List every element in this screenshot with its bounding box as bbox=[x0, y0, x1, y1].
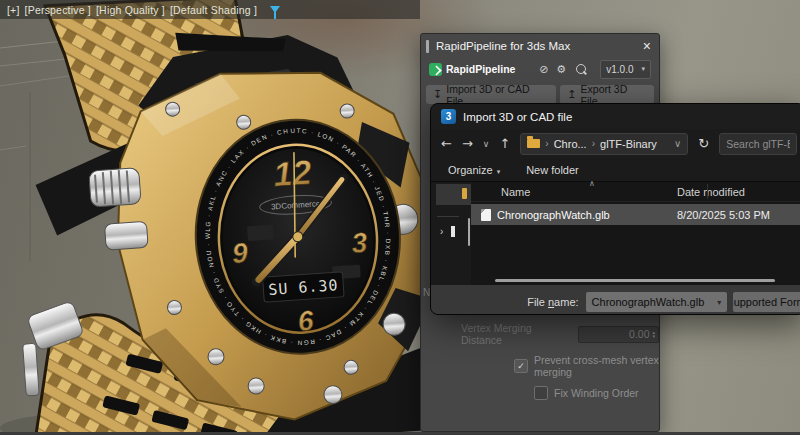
dialog-nav-row: ← → ∨ ↑ › Chro... › glTF-Binary ∨ ↻ bbox=[431, 129, 800, 158]
svg-text:9: 9 bbox=[231, 237, 249, 269]
dial-subwindow-left bbox=[247, 224, 274, 241]
dialog-title: Import 3D or CAD file bbox=[463, 111, 572, 123]
import-file-dialog: 3 Import 3D or CAD file ← → ∨ ↑ › Chro..… bbox=[430, 103, 800, 315]
address-bar[interactable]: › Chro... › glTF-Binary ∨ bbox=[520, 133, 688, 155]
version-dropdown[interactable]: v1.0.0 ▾ bbox=[600, 60, 651, 79]
fix-winding-label: Fix Winding Order bbox=[554, 387, 639, 399]
svg-text:6: 6 bbox=[297, 305, 315, 337]
file-type-value: Supported Forma bbox=[733, 296, 800, 308]
tree-scrollbar[interactable] bbox=[468, 218, 470, 246]
panel-title: RapidPipeline for 3ds Max bbox=[436, 40, 643, 52]
file-type-dropdown[interactable]: Supported Forma bbox=[733, 292, 800, 312]
new-folder-button[interactable]: New folder bbox=[526, 164, 579, 176]
chronograph-watch-model: UTC · LON · PAR · ATH · JED · THR · DXB … bbox=[0, 0, 430, 435]
rapidpipeline-logo-icon bbox=[429, 63, 442, 76]
folder-icon bbox=[527, 139, 540, 148]
column-header-modified[interactable]: Date modified bbox=[677, 186, 800, 198]
prevent-merge-checkbox[interactable]: ✓ bbox=[514, 359, 528, 373]
close-icon[interactable]: × bbox=[643, 39, 651, 53]
breadcrumb-current[interactable]: glTF-Binary bbox=[600, 138, 657, 150]
dialog-titlebar[interactable]: 3 Import 3D or CAD file bbox=[431, 104, 800, 129]
dialog-footer: File name: ChronographWatch.glb ▾ Suppor… bbox=[431, 285, 800, 315]
folder-tree-pane: › bbox=[431, 182, 471, 285]
vertex-merging-value: 0.00 bbox=[629, 328, 649, 340]
viewport-label-bar: [+] [Perspective ] [High Quality ] [Defa… bbox=[0, 0, 420, 19]
up-icon[interactable]: ↑ bbox=[499, 136, 510, 151]
prevent-merge-label: Prevent cross-mesh vertex merging bbox=[534, 354, 659, 378]
file-name-value: ChronographWatch.glb bbox=[592, 296, 705, 308]
vertex-merging-spinner[interactable]: 0.00 ▴▾ bbox=[578, 326, 659, 343]
sort-ascending-icon: ∧ bbox=[589, 179, 595, 188]
back-icon[interactable]: ← bbox=[441, 136, 452, 151]
chevron-down-icon: ▾ bbox=[717, 298, 721, 307]
chevron-down-icon: ▾ bbox=[497, 168, 501, 175]
viewport-plus[interactable]: [+] bbox=[7, 4, 20, 16]
viewport-camera-label[interactable]: [Perspective ] bbox=[25, 4, 91, 16]
check-icon: ✓ bbox=[517, 362, 525, 371]
chevron-down-icon: ▾ bbox=[641, 65, 645, 73]
tree-separator bbox=[437, 216, 459, 217]
viewport-shading-label[interactable]: [Default Shading ] bbox=[170, 4, 257, 16]
organize-label: Organize bbox=[448, 164, 493, 176]
forward-icon[interactable]: → bbox=[462, 136, 473, 151]
magnifier-icon[interactable] bbox=[576, 64, 586, 74]
viewport-quality-label[interactable]: [High Quality ] bbox=[96, 4, 165, 16]
chevron-right-icon: › bbox=[440, 226, 443, 237]
breadcrumb-chevron-icon: › bbox=[592, 138, 595, 149]
file-name-combobox[interactable]: ChronographWatch.glb ▾ bbox=[586, 292, 728, 312]
3dsmax-app-icon: 3 bbox=[441, 109, 456, 124]
export-icon: ↥ bbox=[567, 88, 576, 101]
column-header-name[interactable]: Name bbox=[471, 186, 677, 198]
table-row[interactable]: ChronographWatch.glb 8/20/2025 5:03 PM bbox=[471, 204, 800, 225]
recent-locations-icon[interactable]: ∨ bbox=[483, 139, 490, 149]
svg-text:12: 12 bbox=[272, 153, 312, 194]
spinner-arrows-icon[interactable]: ▴▾ bbox=[652, 330, 655, 338]
buckle-bar bbox=[23, 343, 40, 396]
address-dropdown-icon[interactable]: ∨ bbox=[674, 138, 681, 149]
file-icon bbox=[481, 209, 491, 221]
breadcrumb-parent[interactable]: Chro... bbox=[554, 138, 587, 150]
file-name-cell: ChronographWatch.glb bbox=[497, 209, 677, 221]
rapidpipeline-titlebar[interactable]: RapidPipeline for 3ds Max × bbox=[421, 34, 659, 58]
refresh-icon[interactable]: ↻ bbox=[698, 136, 709, 151]
folder-icon bbox=[462, 188, 467, 199]
list-header: ∧ Name Date modified bbox=[471, 182, 800, 202]
search-input[interactable] bbox=[719, 133, 797, 155]
filter-funnel-icon[interactable] bbox=[270, 6, 280, 13]
rapidpipeline-header-row: RapidPipeline ⊘ ⚙ v1.0.0 ▾ bbox=[421, 58, 659, 80]
import-3d-button[interactable]: ↧ Import 3D or CAD File bbox=[426, 85, 556, 104]
dialog-toolbar: Organize▾ New folder bbox=[431, 158, 800, 182]
import-icon: ↧ bbox=[433, 88, 442, 101]
tree-selected-item[interactable] bbox=[436, 184, 471, 205]
gear-icon[interactable]: ⚙ bbox=[556, 63, 566, 76]
mesh-settings-group: Vertex Merging Distance 0.00 ▴▾ ✓ Preven… bbox=[421, 322, 659, 400]
fix-winding-checkbox[interactable] bbox=[534, 386, 548, 400]
vertex-merging-label: Vertex Merging Distance bbox=[461, 322, 572, 346]
drag-grip[interactable] bbox=[426, 40, 429, 53]
brand-label: RapidPipeline bbox=[446, 63, 531, 75]
organize-button[interactable]: Organize▾ bbox=[448, 164, 500, 176]
horizontal-scrollbar[interactable] bbox=[495, 279, 775, 282]
file-name-label: File name: bbox=[431, 296, 586, 308]
file-modified-cell: 8/20/2025 5:03 PM bbox=[677, 209, 800, 221]
svg-text:3: 3 bbox=[351, 227, 369, 259]
column-divider[interactable] bbox=[707, 184, 708, 199]
breadcrumb-chevron-icon: › bbox=[545, 138, 548, 149]
file-list-pane: ∧ Name Date modified ChronographWatch.gl… bbox=[471, 182, 800, 285]
tree-expand-item[interactable]: › bbox=[440, 226, 455, 237]
version-value: v1.0.0 bbox=[606, 64, 633, 75]
folder-icon bbox=[451, 226, 455, 237]
dialog-body: › ∧ Name Date modified ChronographWatch.… bbox=[431, 182, 800, 285]
export-3d-button[interactable]: ↥ Export 3D File bbox=[560, 85, 654, 104]
edit-circle-icon[interactable]: ⊘ bbox=[539, 63, 548, 76]
